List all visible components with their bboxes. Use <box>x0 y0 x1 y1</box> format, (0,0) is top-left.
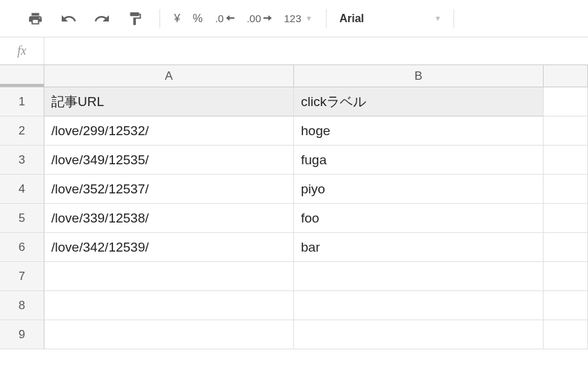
toolbar-separator <box>159 9 160 28</box>
cell-extra-9[interactable] <box>544 320 588 349</box>
cell-A1[interactable]: 記事URL <box>44 87 294 116</box>
cell-B1[interactable]: clickラベル <box>294 87 544 116</box>
cell-B7[interactable] <box>294 262 544 291</box>
row-header-5[interactable]: 5 <box>0 204 44 233</box>
row-header-8[interactable]: 8 <box>0 291 44 320</box>
paint-format-icon <box>128 11 143 26</box>
toolbar-separator <box>453 9 454 28</box>
row-header-9[interactable]: 9 <box>0 320 44 349</box>
row-header-6[interactable]: 6 <box>0 233 44 262</box>
print-icon <box>28 11 43 26</box>
cell-A7[interactable] <box>44 262 294 291</box>
font-family-dropdown[interactable]: Arial ▼ <box>329 12 451 25</box>
paint-format-button[interactable] <box>125 8 146 29</box>
more-formats-button[interactable]: 123 ▼ <box>284 12 313 24</box>
percent-button[interactable]: % <box>193 12 202 25</box>
cell-A8[interactable] <box>44 291 294 320</box>
spreadsheet-grid: A B 1 記事URL clickラベル 2 /love/299/12532/ … <box>0 65 588 349</box>
cell-B3[interactable]: fuga <box>294 146 544 175</box>
cell-A2[interactable]: /love/299/12532/ <box>44 116 294 146</box>
cell-B6[interactable]: bar <box>294 233 544 262</box>
currency-button[interactable]: ¥ <box>174 12 180 25</box>
cell-extra-3[interactable] <box>544 146 588 175</box>
increase-decimal-label: .00 <box>247 12 261 24</box>
arrow-left-icon <box>226 15 234 22</box>
cell-A3[interactable]: /love/349/12535/ <box>44 146 294 175</box>
decrease-decimal-label: .0 <box>215 12 224 24</box>
redo-button[interactable] <box>92 8 112 29</box>
toolbar-group-actions <box>14 8 157 29</box>
undo-button[interactable] <box>58 8 79 29</box>
cell-B8[interactable] <box>294 291 544 320</box>
select-all-corner[interactable] <box>0 65 44 87</box>
increase-decimal-button[interactable]: .00 <box>247 12 272 24</box>
cell-B9[interactable] <box>294 320 544 349</box>
cell-B5[interactable]: foo <box>294 204 544 233</box>
print-button[interactable] <box>25 8 46 29</box>
formula-input[interactable] <box>44 37 588 64</box>
row-header-7[interactable]: 7 <box>0 262 44 291</box>
column-header-B[interactable]: B <box>294 65 544 87</box>
cell-extra-2[interactable] <box>544 116 588 146</box>
cell-extra-1[interactable] <box>544 87 588 116</box>
formula-bar: fx <box>0 37 588 65</box>
redo-icon <box>94 10 110 27</box>
cell-extra-5[interactable] <box>544 204 588 233</box>
font-family-label: Arial <box>339 12 364 25</box>
column-header-extra[interactable] <box>544 65 588 87</box>
toolbar-separator <box>326 9 327 28</box>
chevron-down-icon: ▼ <box>306 15 313 22</box>
fx-label: fx <box>0 37 44 64</box>
row-header-3[interactable]: 3 <box>0 146 44 175</box>
cell-A6[interactable]: /love/342/12539/ <box>44 233 294 262</box>
decrease-decimal-button[interactable]: .0 <box>215 12 234 24</box>
chevron-down-icon: ▼ <box>435 15 442 22</box>
cell-extra-8[interactable] <box>544 291 588 320</box>
cell-extra-7[interactable] <box>544 262 588 291</box>
cell-B2[interactable]: hoge <box>294 116 544 146</box>
undo-icon <box>60 10 77 27</box>
column-header-A[interactable]: A <box>44 65 294 87</box>
cell-A9[interactable] <box>44 320 294 349</box>
cell-A4[interactable]: /love/352/12537/ <box>44 175 294 204</box>
toolbar: ¥ % .0 .00 123 ▼ Arial ▼ <box>0 0 588 37</box>
row-header-2[interactable]: 2 <box>0 116 44 146</box>
row-header-4[interactable]: 4 <box>0 175 44 204</box>
cell-extra-6[interactable] <box>544 233 588 262</box>
cell-A5[interactable]: /love/339/12538/ <box>44 204 294 233</box>
cell-extra-4[interactable] <box>544 175 588 204</box>
toolbar-group-number: ¥ % .0 .00 123 ▼ <box>163 12 323 25</box>
more-formats-label: 123 <box>284 12 302 24</box>
arrow-right-icon <box>263 15 272 22</box>
row-header-1[interactable]: 1 <box>0 87 44 116</box>
cell-B4[interactable]: piyo <box>294 175 544 204</box>
